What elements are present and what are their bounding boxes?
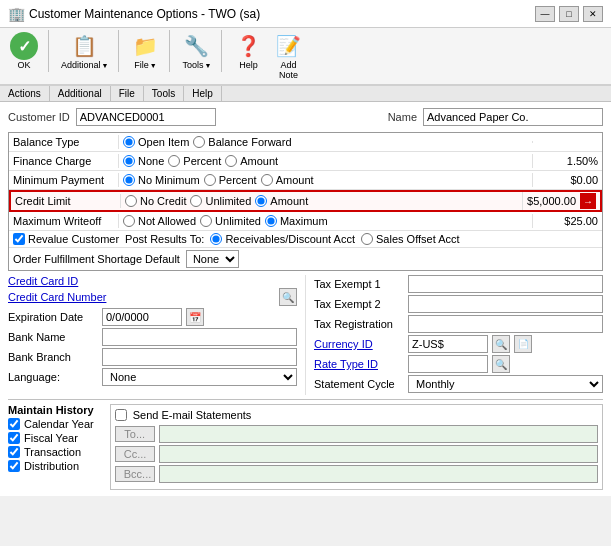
calendar-year-checkbox[interactable] <box>8 418 20 430</box>
minpay-amount-radio[interactable] <box>261 174 273 186</box>
fiscal-year-checkbox[interactable] <box>8 432 20 444</box>
action-bar: Actions Additional File Tools Help <box>0 86 611 102</box>
action-additional[interactable]: Additional <box>50 86 111 101</box>
writeoff-maximum-radio-group[interactable]: Maximum <box>265 215 328 227</box>
minimum-payment-value: $0.00 <box>532 173 602 187</box>
email-bcc-button[interactable]: Bcc... <box>115 466 155 482</box>
writeoff-unlimited-radio-group[interactable]: Unlimited <box>200 215 261 227</box>
credit-amount-radio[interactable] <box>255 195 267 207</box>
finance-percent-radio[interactable] <box>168 155 180 167</box>
distribution-checkbox[interactable] <box>8 460 20 472</box>
no-minimum-radio[interactable] <box>123 174 135 186</box>
expiration-date-input[interactable] <box>102 308 182 326</box>
open-item-radio[interactable] <box>123 136 135 148</box>
action-help[interactable]: Help <box>184 86 222 101</box>
action-tools[interactable]: Tools <box>144 86 184 101</box>
sales-offset-radio[interactable] <box>361 233 373 245</box>
no-credit-radio-group[interactable]: No Credit <box>125 195 186 207</box>
bank-name-input[interactable] <box>102 328 297 346</box>
rate-type-id-input[interactable] <box>408 355 488 373</box>
not-allowed-radio[interactable] <box>123 215 135 227</box>
currency-id-link[interactable]: Currency ID <box>314 338 404 350</box>
minpay-percent-radio-group[interactable]: Percent <box>204 174 257 186</box>
transaction-checkbox[interactable] <box>8 446 20 458</box>
statement-cycle-select[interactable]: Monthly <box>408 375 603 393</box>
rate-type-id-link[interactable]: Rate Type ID <box>314 358 404 370</box>
credit-limit-arrow-button[interactable]: → <box>580 193 596 209</box>
tax-exempt2-input[interactable] <box>408 295 603 313</box>
tax-exempt1-label: Tax Exempt 1 <box>314 278 404 290</box>
name-input[interactable] <box>423 108 603 126</box>
balance-forward-radio-group[interactable]: Balance Forward <box>193 136 291 148</box>
finance-amount-radio[interactable] <box>225 155 237 167</box>
add-note-icon: 📝 <box>274 32 302 60</box>
send-email-checkbox[interactable] <box>115 409 127 421</box>
writeoff-maximum-radio[interactable] <box>265 215 277 227</box>
minpay-amount-radio-group[interactable]: Amount <box>261 174 314 186</box>
finance-charge-label: Finance Charge <box>9 154 119 168</box>
revalue-customer-checkbox-label[interactable]: Revalue Customer <box>13 233 119 245</box>
order-fulfillment-select[interactable]: None <box>186 250 239 268</box>
rate-type-id-lookup-button[interactable]: 🔍 <box>492 355 510 373</box>
email-cc-input[interactable] <box>159 445 598 463</box>
sales-offset-radio-label[interactable]: Sales Offset Acct <box>361 233 460 245</box>
balance-type-row: Balance Type Open Item Balance Forward <box>9 133 602 152</box>
finance-percent-radio-group[interactable]: Percent <box>168 155 221 167</box>
email-cc-button[interactable]: Cc... <box>115 446 155 462</box>
action-actions[interactable]: Actions <box>0 86 50 101</box>
help-button[interactable]: ❓ Help <box>228 30 268 72</box>
maximize-button[interactable]: □ <box>559 6 579 22</box>
action-file[interactable]: File <box>111 86 144 101</box>
receivables-radio[interactable] <box>210 233 222 245</box>
file-button[interactable]: 📁 File▼ <box>125 30 165 72</box>
toolbar-group-help: ❓ Help 📝 AddNote <box>228 30 312 82</box>
ok-button[interactable]: ✓ OK <box>4 30 44 72</box>
credit-limit-options: No Credit Unlimited Amount <box>121 194 522 208</box>
no-credit-radio[interactable] <box>125 195 137 207</box>
additional-button[interactable]: 📋 Additional▼ <box>55 30 114 72</box>
tax-registration-input[interactable] <box>408 315 603 333</box>
finance-charge-row: Finance Charge None Percent Amount 1.50% <box>9 152 602 171</box>
email-to-button[interactable]: To... <box>115 426 155 442</box>
email-bcc-input[interactable] <box>159 465 598 483</box>
transaction-row: Transaction <box>8 446 94 458</box>
bank-name-row: Bank Name <box>8 328 297 346</box>
tools-button[interactable]: 🔧 Tools▼ <box>176 30 217 72</box>
balance-forward-radio[interactable] <box>193 136 205 148</box>
tax-exempt1-row: Tax Exempt 1 <box>314 275 603 293</box>
not-allowed-radio-group[interactable]: Not Allowed <box>123 215 196 227</box>
bank-branch-input[interactable] <box>102 348 297 366</box>
currency-id-input[interactable] <box>408 335 488 353</box>
no-minimum-radio-group[interactable]: No Minimum <box>123 174 200 186</box>
revalue-customer-checkbox[interactable] <box>13 233 25 245</box>
language-select[interactable]: None <box>102 368 297 386</box>
credit-amount-radio-group[interactable]: Amount <box>255 195 308 207</box>
tools-label: Tools▼ <box>182 60 211 70</box>
credit-card-number-link[interactable]: Credit Card Number <box>8 291 106 303</box>
add-note-button[interactable]: 📝 AddNote <box>268 30 308 82</box>
close-button[interactable]: ✕ <box>583 6 603 22</box>
revalue-customer-row: Revalue Customer Post Results To: Receiv… <box>9 231 602 248</box>
finance-none-radio[interactable] <box>123 155 135 167</box>
credit-unlimited-radio[interactable] <box>190 195 202 207</box>
credit-card-id-link[interactable]: Credit Card ID <box>8 275 297 287</box>
tax-exempt1-input[interactable] <box>408 275 603 293</box>
minpay-percent-radio[interactable] <box>204 174 216 186</box>
add-note-label: AddNote <box>279 60 298 80</box>
statement-cycle-row: Statement Cycle Monthly <box>314 375 603 393</box>
writeoff-unlimited-radio[interactable] <box>200 215 212 227</box>
credit-unlimited-radio-group[interactable]: Unlimited <box>190 195 251 207</box>
expiration-date-calendar-button[interactable]: 📅 <box>186 308 204 326</box>
minimize-button[interactable]: — <box>535 6 555 22</box>
customer-id-row: Customer ID Name <box>8 108 603 126</box>
credit-card-lookup-button[interactable]: 🔍 <box>279 288 297 306</box>
finance-amount-radio-group[interactable]: Amount <box>225 155 278 167</box>
open-item-radio-group[interactable]: Open Item <box>123 136 189 148</box>
language-label: Language: <box>8 371 98 383</box>
receivables-radio-label[interactable]: Receivables/Discount Acct <box>210 233 355 245</box>
currency-id-lookup-button[interactable]: 🔍 <box>492 335 510 353</box>
currency-id-expand-button[interactable]: 📄 <box>514 335 532 353</box>
customer-id-input[interactable] <box>76 108 216 126</box>
email-to-input[interactable] <box>159 425 598 443</box>
finance-none-radio-group[interactable]: None <box>123 155 164 167</box>
